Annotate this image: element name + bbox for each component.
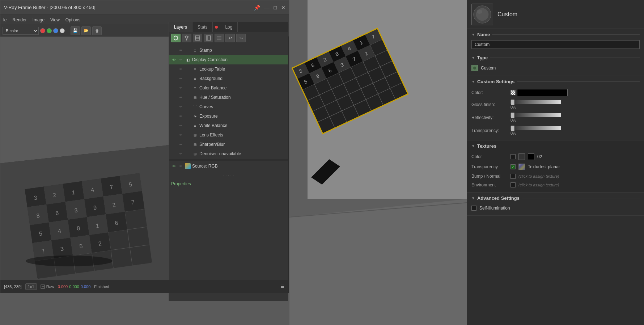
- raw-toggle[interactable]: Raw: [41, 284, 54, 289]
- layer-item-source-rgb[interactable]: 👁 ✏ Source: RGB: [169, 161, 288, 171]
- color-swatch-container[interactable]: [510, 89, 568, 96]
- layer-btn-3[interactable]: [193, 34, 202, 42]
- transparency-texture-checkbox[interactable]: ✓: [510, 164, 516, 169]
- layer-item[interactable]: ✏ ⊞ Denoiser: unavailable: [169, 149, 288, 159]
- color-mode-select[interactable]: B color: [3, 27, 39, 35]
- environment-assign-text[interactable]: (click to assign texture): [518, 183, 559, 187]
- svg-point-118: [473, 67, 476, 69]
- name-section: ▼ Name: [467, 29, 644, 52]
- red-channel-dot[interactable]: [40, 28, 45, 33]
- transparency-label: Transparency:: [471, 128, 508, 133]
- advanced-settings-header[interactable]: ▼ Advanced Settings: [471, 195, 640, 201]
- name-section-title: Name: [477, 32, 490, 37]
- all-channels-dot[interactable]: [60, 28, 65, 33]
- layer-item[interactable]: ✏ ⊟ Hue / Saturation: [169, 93, 288, 102]
- color-swatch[interactable]: [517, 89, 568, 96]
- color-balance-icon: ≡: [192, 85, 198, 91]
- section-divider: [499, 146, 640, 146]
- source-rgb-icon: [185, 163, 191, 169]
- minimize-icon[interactable]: —: [264, 5, 270, 10]
- menu-render[interactable]: Render: [12, 17, 26, 22]
- menu-view[interactable]: View: [50, 17, 60, 22]
- menu-image[interactable]: Image: [33, 17, 45, 22]
- custom-settings-title: Custom Settings: [477, 79, 514, 84]
- eye-icon[interactable]: [171, 104, 177, 110]
- name-section-header[interactable]: ▼ Name: [471, 32, 640, 37]
- layer-item[interactable]: ✏ ⌒ Curves: [169, 102, 288, 111]
- bump-texture-checkbox[interactable]: [510, 174, 516, 179]
- save-btn[interactable]: 💾: [71, 26, 80, 35]
- eye-icon[interactable]: [171, 47, 177, 53]
- eye-icon[interactable]: [171, 142, 177, 147]
- eye-icon[interactable]: [171, 85, 177, 91]
- layer-item[interactable]: ✏ ≡ White Balance: [169, 121, 288, 130]
- pencil-icon: ✏: [178, 142, 183, 147]
- eye-icon[interactable]: 👁: [171, 163, 177, 169]
- self-illumination-checkbox[interactable]: [471, 206, 476, 211]
- transparency-row: Transparency: 0%: [471, 124, 640, 137]
- bump-assign-text[interactable]: (click to assign texture): [518, 174, 559, 178]
- render-status: Finished: [94, 284, 109, 289]
- gloss-slider[interactable]: [510, 100, 561, 104]
- type-section-header[interactable]: ▼ Type: [471, 55, 640, 60]
- title-controls: 📌 — □ ✕: [254, 5, 285, 10]
- textures-section-header[interactable]: ▼ Textures: [471, 143, 640, 149]
- layer-item[interactable]: ✏ ≡ Lookup Table: [169, 64, 288, 74]
- eye-icon[interactable]: [171, 76, 177, 81]
- render-size[interactable]: 1x1: [25, 283, 37, 290]
- denoiser-icon: ⊞: [192, 151, 198, 157]
- green-channel-dot[interactable]: [47, 28, 52, 33]
- lens-effects-icon: ⊞: [192, 132, 198, 138]
- transparency-slider-handle[interactable]: [511, 126, 514, 131]
- environment-texture-checkbox[interactable]: [510, 182, 516, 187]
- eye-icon[interactable]: [171, 132, 177, 138]
- add-layer-btn[interactable]: [171, 34, 181, 42]
- layer-item[interactable]: ✏ □ Stamp: [169, 46, 288, 55]
- tab-stats[interactable]: Stats: [192, 22, 213, 32]
- clear-btn[interactable]: 🗑: [92, 26, 102, 35]
- gloss-slider-handle[interactable]: [511, 100, 514, 105]
- eye-icon[interactable]: 👁: [171, 57, 177, 63]
- environment-texture-row: Environment (click to assign texture): [471, 181, 640, 189]
- background-icon: ≡: [192, 76, 198, 81]
- tab-layers[interactable]: Layers: [169, 22, 192, 32]
- section-divider: [517, 81, 640, 82]
- name-input[interactable]: [471, 40, 640, 49]
- maximize-icon[interactable]: □: [274, 5, 277, 10]
- layer-item[interactable]: ✏ ☀ Exposure: [169, 111, 288, 121]
- status-bar: [436, 239] 1x1 Raw 0.000 0.000 0.000 Fin…: [0, 280, 288, 293]
- transparency-slider[interactable]: [510, 126, 561, 130]
- type-icon: [471, 65, 478, 71]
- layer-btn-4[interactable]: [204, 34, 213, 42]
- layer-item[interactable]: ✏ ≡ Background: [169, 74, 288, 83]
- eye-icon[interactable]: [171, 94, 177, 100]
- layer-btn-2[interactable]: [182, 34, 191, 42]
- load-btn[interactable]: 📂: [81, 26, 91, 35]
- eye-icon[interactable]: [171, 113, 177, 119]
- layer-item[interactable]: 👁 ✏ ◧ Display Correction: [169, 55, 288, 64]
- undo-btn[interactable]: ↩: [225, 34, 235, 42]
- layer-item[interactable]: ✏ ⊞ Sharpen/Blur: [169, 140, 288, 149]
- close-icon[interactable]: ✕: [281, 5, 285, 10]
- eye-icon[interactable]: [171, 66, 177, 72]
- eye-icon[interactable]: [171, 151, 177, 157]
- reflectivity-slider-handle[interactable]: [511, 113, 514, 118]
- menu-options[interactable]: Options: [65, 17, 80, 22]
- tab-log[interactable]: Log: [220, 22, 238, 32]
- menu-le[interactable]: le: [3, 17, 7, 22]
- reflectivity-slider[interactable]: [510, 113, 561, 117]
- blue-channel-dot[interactable]: [53, 28, 58, 33]
- pencil-icon: ✏: [178, 76, 183, 81]
- layer-item[interactable]: ✏ ≡ Color Balance: [169, 83, 288, 93]
- eye-icon[interactable]: [171, 123, 177, 128]
- pin-icon[interactable]: 📌: [254, 5, 260, 10]
- advanced-settings-section: ▼ Advanced Settings Self-illumination: [467, 193, 644, 216]
- layer-btn-5[interactable]: [215, 34, 224, 42]
- status-menu-icon[interactable]: ☰: [281, 284, 284, 289]
- layer-item[interactable]: ✏ ⊞ Lens Effects: [169, 130, 288, 140]
- custom-settings-header[interactable]: ▼ Custom Settings: [471, 79, 640, 84]
- color-texture-checkbox[interactable]: [510, 154, 516, 159]
- collapse-arrow: ▼: [471, 144, 475, 148]
- redo-btn[interactable]: ↪: [236, 34, 246, 42]
- curves-icon: ⌒: [192, 104, 198, 110]
